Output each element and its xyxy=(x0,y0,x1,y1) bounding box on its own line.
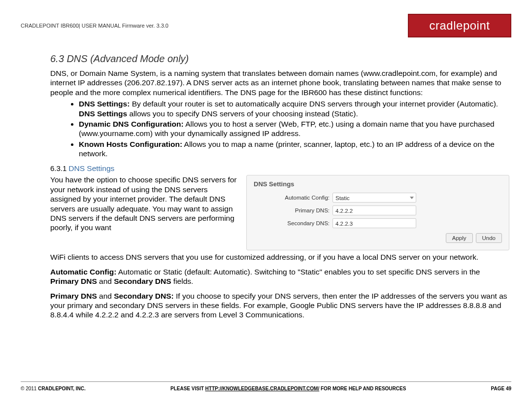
footer-center: PLEASE VISIT HTTP://KNOWLEDGEBASE.CRADLE… xyxy=(86,386,491,391)
auto-config-para: Automatic Config: Automatic or Static (d… xyxy=(50,267,509,286)
undo-button[interactable]: Undo xyxy=(476,233,502,243)
apply-button[interactable]: Apply xyxy=(446,233,473,243)
footer-right: PAGE 49 xyxy=(491,386,512,391)
secondary-dns-input[interactable]: 4.2.2.3 xyxy=(332,218,416,228)
automatic-config-select[interactable]: Static xyxy=(332,193,416,203)
list-item: Dynamic DNS Configuration: Allows you to… xyxy=(79,119,509,138)
panel-row-primary-dns: Primary DNS: 4.2.2.2 xyxy=(254,206,502,215)
subsection-heading: 6.3.1 DNS Settings xyxy=(50,164,509,173)
page-header: CRADLEPOINT IBR600| USER MANUAL Firmware… xyxy=(21,14,511,37)
page-footer: © 2011 CRADLEPOINT, INC. PLEASE VISIT HT… xyxy=(21,381,511,391)
primary-secondary-para: Primary DNS and Secondary DNS: If you ch… xyxy=(50,291,509,320)
panel-title: DNS Settings xyxy=(254,180,502,188)
continuation-para: WiFi clients to access DNS servers that … xyxy=(50,252,509,262)
brand-logo-text: cradlepoint xyxy=(430,19,490,33)
panel-label: Automatic Config: xyxy=(254,195,332,201)
section-heading: 6.3 DNS (Advanced Mode only) xyxy=(50,53,509,65)
panel-label: Primary DNS: xyxy=(254,207,332,213)
section-title-text: DNS (Advanced Mode only) xyxy=(66,53,189,64)
primary-dns-input[interactable]: 4.2.2.2 xyxy=(332,206,416,215)
panel-row-auto-config: Automatic Config: Static xyxy=(254,193,502,203)
panel-label: Secondary DNS: xyxy=(254,220,332,226)
dns-settings-panel: DNS Settings Automatic Config: Static Pr… xyxy=(246,175,509,250)
list-item: DNS Settings: By default your router is … xyxy=(79,99,509,118)
footer-left: © 2011 CRADLEPOINT, INC. xyxy=(21,386,86,391)
subsection-left-para: You have the option to choose specific D… xyxy=(50,175,237,232)
doc-title: CRADLEPOINT IBR600| USER MANUAL Firmware… xyxy=(21,23,168,29)
brand-logo: cradlepoint xyxy=(408,14,511,37)
knowledgebase-link[interactable]: HTTP://KNOWLEDGEBASE.CRADLEPOINT.COM/ xyxy=(205,386,320,391)
feature-list: DNS Settings: By default your router is … xyxy=(79,99,509,158)
subsection-number: 6.3.1 xyxy=(50,164,66,172)
subsection-title: DNS Settings xyxy=(68,164,114,172)
section-intro: DNS, or Domain Name System, is a naming … xyxy=(50,68,509,97)
list-item: Known Hosts Configuration: Allows you to… xyxy=(79,139,509,159)
panel-row-secondary-dns: Secondary DNS: 4.2.2.3 xyxy=(254,218,502,228)
section-number: 6.3 xyxy=(50,53,64,64)
